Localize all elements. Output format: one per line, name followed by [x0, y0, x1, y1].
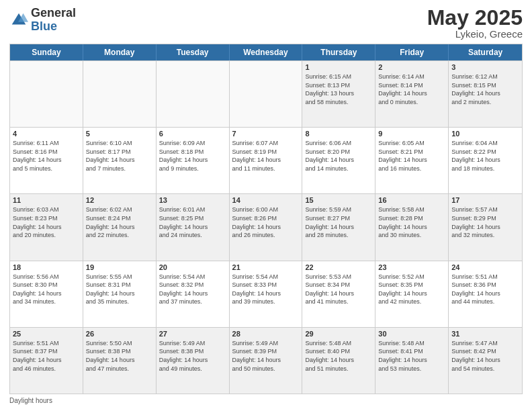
calendar-row-3: 11Sunrise: 6:03 AM Sunset: 8:23 PM Dayli…: [10, 193, 522, 260]
day-cell-17: 17Sunrise: 5:57 AM Sunset: 8:29 PM Dayli…: [449, 194, 522, 260]
day-detail: Sunrise: 6:15 AM Sunset: 8:13 PM Dayligh…: [305, 73, 372, 106]
day-cell-6: 6Sunrise: 6:09 AM Sunset: 8:18 PM Daylig…: [157, 128, 230, 193]
day-detail: Sunrise: 6:09 AM Sunset: 8:18 PM Dayligh…: [159, 139, 226, 173]
day-detail: Sunrise: 6:03 AM Sunset: 8:23 PM Dayligh…: [13, 205, 80, 239]
day-cell-16: 16Sunrise: 5:58 AM Sunset: 8:28 PM Dayli…: [375, 194, 449, 260]
calendar-header: SundayMondayTuesdayWednesdayThursdayFrid…: [10, 44, 522, 60]
day-number: 6: [159, 130, 226, 138]
day-number: 28: [232, 330, 300, 338]
day-detail: Sunrise: 6:05 AM Sunset: 8:21 PM Dayligh…: [378, 139, 445, 173]
day-detail: Sunrise: 5:54 AM Sunset: 8:32 PM Dayligh…: [159, 273, 226, 306]
day-of-week-sunday: Sunday: [10, 44, 83, 60]
calendar-row-5: 25Sunrise: 5:51 AM Sunset: 8:37 PM Dayli…: [10, 327, 522, 394]
day-number: 2: [378, 63, 445, 71]
day-cell-11: 11Sunrise: 6:03 AM Sunset: 8:23 PM Dayli…: [10, 194, 83, 260]
day-cell-22: 22Sunrise: 5:53 AM Sunset: 8:34 PM Dayli…: [302, 261, 375, 327]
day-of-week-tuesday: Tuesday: [157, 44, 230, 60]
day-number: 10: [451, 130, 519, 138]
day-cell-5: 5Sunrise: 6:10 AM Sunset: 8:17 PM Daylig…: [83, 128, 157, 193]
day-number: 27: [159, 330, 226, 338]
day-cell-2: 2Sunrise: 6:14 AM Sunset: 8:14 PM Daylig…: [375, 61, 449, 127]
title-location: Lykeio, Greece: [427, 28, 523, 40]
day-cell-25: 25Sunrise: 5:51 AM Sunset: 8:37 PM Dayli…: [10, 328, 83, 394]
day-cell-30: 30Sunrise: 5:48 AM Sunset: 8:41 PM Dayli…: [375, 328, 449, 394]
day-number: 1: [305, 63, 372, 71]
day-cell-15: 15Sunrise: 5:59 AM Sunset: 8:27 PM Dayli…: [302, 194, 375, 260]
day-number: 5: [86, 130, 153, 138]
logo-text: General Blue: [31, 7, 76, 34]
day-detail: Sunrise: 5:54 AM Sunset: 8:33 PM Dayligh…: [232, 273, 300, 306]
logo-icon: [9, 11, 28, 30]
day-detail: Sunrise: 6:00 AM Sunset: 8:26 PM Dayligh…: [232, 205, 300, 239]
day-of-week-thursday: Thursday: [302, 44, 375, 60]
day-number: 26: [86, 330, 153, 338]
day-of-week-saturday: Saturday: [449, 44, 522, 60]
calendar-row-1: 1Sunrise: 6:15 AM Sunset: 8:13 PM Daylig…: [10, 60, 522, 127]
day-number: 22: [305, 263, 372, 271]
day-cell-9: 9Sunrise: 6:05 AM Sunset: 8:21 PM Daylig…: [375, 128, 449, 193]
day-detail: Sunrise: 6:02 AM Sunset: 8:24 PM Dayligh…: [86, 205, 153, 239]
day-detail: Sunrise: 5:56 AM Sunset: 8:30 PM Dayligh…: [13, 273, 80, 306]
day-cell-29: 29Sunrise: 5:48 AM Sunset: 8:40 PM Dayli…: [302, 328, 375, 394]
day-detail: Sunrise: 5:49 AM Sunset: 8:39 PM Dayligh…: [232, 339, 300, 373]
title-block: May 2025 Lykeio, Greece: [427, 7, 523, 40]
day-detail: Sunrise: 6:04 AM Sunset: 8:22 PM Dayligh…: [451, 139, 519, 173]
day-number: 23: [378, 263, 445, 271]
day-number: 30: [378, 330, 445, 338]
day-number: 31: [451, 330, 519, 338]
day-detail: Sunrise: 5:57 AM Sunset: 8:29 PM Dayligh…: [451, 205, 519, 239]
day-cell-27: 27Sunrise: 5:49 AM Sunset: 8:38 PM Dayli…: [157, 328, 230, 394]
day-detail: Sunrise: 6:01 AM Sunset: 8:25 PM Dayligh…: [159, 205, 226, 239]
day-detail: Sunrise: 5:48 AM Sunset: 8:40 PM Dayligh…: [305, 339, 372, 373]
day-detail: Sunrise: 6:14 AM Sunset: 8:14 PM Dayligh…: [378, 73, 445, 106]
calendar-row-2: 4Sunrise: 6:11 AM Sunset: 8:16 PM Daylig…: [10, 127, 522, 193]
day-number: 13: [159, 196, 226, 204]
day-of-week-monday: Monday: [83, 44, 157, 60]
empty-cell: [83, 61, 157, 127]
day-number: 16: [378, 196, 445, 204]
day-of-week-wednesday: Wednesday: [230, 44, 303, 60]
day-detail: Sunrise: 6:07 AM Sunset: 8:19 PM Dayligh…: [232, 139, 300, 173]
day-cell-20: 20Sunrise: 5:54 AM Sunset: 8:32 PM Dayli…: [157, 261, 230, 327]
day-cell-7: 7Sunrise: 6:07 AM Sunset: 8:19 PM Daylig…: [230, 128, 303, 193]
day-number: 19: [86, 263, 153, 271]
day-cell-21: 21Sunrise: 5:54 AM Sunset: 8:33 PM Dayli…: [230, 261, 303, 327]
day-cell-31: 31Sunrise: 5:47 AM Sunset: 8:42 PM Dayli…: [449, 328, 522, 394]
day-number: 12: [86, 196, 153, 204]
day-number: 24: [451, 263, 519, 271]
day-number: 3: [451, 63, 519, 71]
day-number: 15: [305, 196, 372, 204]
footer-note: Daylight hours: [9, 397, 523, 404]
day-cell-10: 10Sunrise: 6:04 AM Sunset: 8:22 PM Dayli…: [449, 128, 522, 193]
day-detail: Sunrise: 6:06 AM Sunset: 8:20 PM Dayligh…: [305, 139, 372, 173]
page: General Blue May 2025 Lykeio, Greece Sun…: [0, 0, 532, 411]
day-detail: Sunrise: 5:55 AM Sunset: 8:31 PM Dayligh…: [86, 273, 153, 306]
calendar-row-4: 18Sunrise: 5:56 AM Sunset: 8:30 PM Dayli…: [10, 261, 522, 327]
empty-cell: [230, 61, 303, 127]
day-cell-1: 1Sunrise: 6:15 AM Sunset: 8:13 PM Daylig…: [302, 61, 375, 127]
day-of-week-friday: Friday: [375, 44, 449, 60]
day-detail: Sunrise: 6:12 AM Sunset: 8:15 PM Dayligh…: [451, 73, 519, 106]
day-cell-28: 28Sunrise: 5:49 AM Sunset: 8:39 PM Dayli…: [230, 328, 303, 394]
day-number: 14: [232, 196, 300, 204]
day-detail: Sunrise: 5:49 AM Sunset: 8:38 PM Dayligh…: [159, 339, 226, 373]
day-cell-26: 26Sunrise: 5:50 AM Sunset: 8:38 PM Dayli…: [83, 328, 157, 394]
day-detail: Sunrise: 5:52 AM Sunset: 8:35 PM Dayligh…: [378, 273, 445, 306]
day-cell-12: 12Sunrise: 6:02 AM Sunset: 8:24 PM Dayli…: [83, 194, 157, 260]
day-cell-18: 18Sunrise: 5:56 AM Sunset: 8:30 PM Dayli…: [10, 261, 83, 327]
day-detail: Sunrise: 5:51 AM Sunset: 8:37 PM Dayligh…: [13, 339, 80, 373]
day-number: 11: [13, 196, 80, 204]
day-cell-14: 14Sunrise: 6:00 AM Sunset: 8:26 PM Dayli…: [230, 194, 303, 260]
day-number: 29: [305, 330, 372, 338]
day-number: 8: [305, 130, 372, 138]
day-number: 9: [378, 130, 445, 138]
day-cell-13: 13Sunrise: 6:01 AM Sunset: 8:25 PM Dayli…: [157, 194, 230, 260]
day-number: 4: [13, 130, 80, 138]
logo-blue: Blue: [31, 20, 76, 34]
day-number: 20: [159, 263, 226, 271]
day-detail: Sunrise: 6:10 AM Sunset: 8:17 PM Dayligh…: [86, 139, 153, 173]
header: General Blue May 2025 Lykeio, Greece: [9, 7, 523, 40]
empty-cell: [10, 61, 83, 127]
day-number: 25: [13, 330, 80, 338]
day-detail: Sunrise: 5:50 AM Sunset: 8:38 PM Dayligh…: [86, 339, 153, 373]
